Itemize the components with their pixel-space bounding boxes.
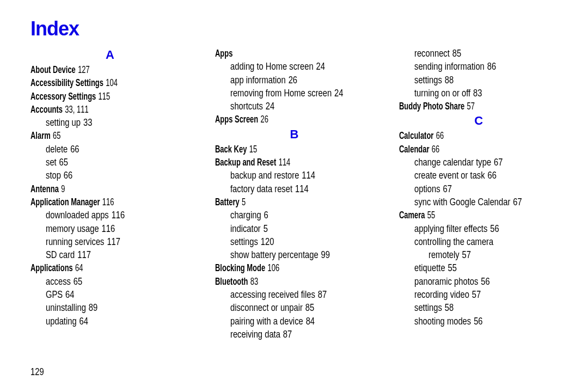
index-subentry[interactable]: reconnect85 [414, 47, 531, 60]
index-entry[interactable]: Antenna9 [30, 182, 144, 195]
index-subentry-pages: 87 [315, 289, 327, 300]
index-subentry-pages: 33 [81, 117, 92, 128]
index-subentry-label: options [414, 183, 440, 194]
index-subentry-label: access [46, 276, 71, 287]
index-entry[interactable]: Buddy Photo Share57 [399, 100, 513, 113]
index-subentry[interactable]: turning on or off83 [414, 87, 531, 100]
index-entry[interactable]: Camera55 [399, 209, 513, 222]
index-entry[interactable]: Applications64 [30, 261, 144, 274]
index-entry-label: Backup and Reset [215, 157, 276, 168]
index-subentry-label: factory data reset [230, 183, 292, 194]
index-subentry-label: etiquette [414, 262, 445, 273]
index-entry[interactable]: Application Manager116 [30, 195, 144, 209]
index-subentry-label: backup and restore [230, 170, 299, 181]
index-entry-label: Bluetooth [215, 276, 248, 287]
index-subentry[interactable]: adding to Home screen24 [230, 60, 347, 73]
index-subentry[interactable]: remotely57 [428, 248, 534, 261]
index-subentry-label: recording video [414, 289, 469, 300]
index-column: Appsadding to Home screen24app informati… [215, 47, 373, 341]
index-subentry[interactable]: memory usage116 [46, 222, 163, 235]
index-subentry[interactable]: setting up33 [46, 116, 163, 129]
index-subentry[interactable]: running services117 [46, 235, 163, 248]
index-entry-label: Buddy Photo Share [399, 101, 464, 112]
index-subentry-pages: 66 [68, 144, 79, 155]
index-subentry[interactable]: options67 [414, 182, 531, 195]
index-subentry[interactable]: pairing with a device84 [230, 315, 347, 328]
index-entry[interactable]: Backup and Reset114 [215, 156, 329, 169]
index-entry[interactable]: Back Key15 [215, 143, 329, 156]
index-subentry[interactable]: etiquette55 [414, 261, 531, 274]
index-subentry-label: panoramic photos [414, 276, 478, 287]
index-subentry-label: settings [414, 75, 442, 85]
index-subentry[interactable]: updating64 [46, 315, 163, 328]
index-subentry-label: removing from Home screen [230, 88, 332, 99]
index-entry-label: Application Manager [30, 197, 100, 207]
index-subentry[interactable]: show battery percentage99 [230, 248, 347, 261]
index-subentry[interactable]: sending information86 [414, 60, 531, 73]
index-entry[interactable]: Accessibility Settings104 [30, 76, 144, 89]
index-entry[interactable]: Calendar66 [399, 143, 513, 156]
index-subentry[interactable]: accessing received files87 [230, 288, 347, 301]
index-entry-label: Calendar [399, 144, 429, 155]
index-subentry[interactable]: removing from Home screen24 [230, 87, 347, 100]
index-subentry-pages: 116 [109, 210, 125, 220]
index-entry[interactable]: Calculator66 [399, 129, 513, 142]
index-subentry-pages: 65 [71, 276, 82, 287]
index-entry-pages: 106 [265, 262, 279, 273]
index-subentry-label: disconnect or unpair [230, 302, 303, 313]
index-subentry-label: running services [46, 236, 104, 247]
index-entry[interactable]: Bluetooth83 [215, 275, 329, 288]
index-subentry-label: GPS [46, 289, 63, 300]
index-subentry-label: setting up [46, 117, 81, 128]
index-subentry[interactable]: recording video57 [414, 288, 531, 301]
index-subentry[interactable]: shortcuts24 [230, 100, 347, 113]
index-subentry[interactable]: sync with Google Calendar67 [414, 195, 531, 209]
index-entry[interactable]: Blocking Mode106 [215, 261, 329, 274]
index-subentry[interactable]: SD card117 [46, 248, 163, 261]
index-subentry[interactable]: downloaded apps116 [46, 209, 163, 222]
index-subentry-label: settings [414, 302, 442, 313]
index-subentry-label: shortcuts [230, 101, 263, 112]
index-subentry[interactable]: settings58 [414, 301, 531, 314]
index-subentry[interactable]: applying filter effects56 [414, 222, 531, 235]
index-subentry[interactable]: shooting modes56 [414, 315, 531, 328]
index-entry[interactable]: Alarm65 [30, 129, 144, 142]
index-subentry-pages: 85 [303, 302, 314, 313]
index-subentry[interactable]: controlling the camera [414, 235, 531, 248]
index-subentry[interactable]: disconnect or unpair85 [230, 301, 347, 314]
index-entry[interactable]: Accessory Settings115 [30, 90, 144, 103]
index-subentry-pages: 67 [440, 183, 452, 194]
index-subentry[interactable]: stop66 [46, 169, 163, 182]
index-subentry[interactable]: change calendar type67 [414, 156, 531, 169]
index-entry-pages: 33, 111 [63, 104, 89, 115]
index-entry-label: Alarm [30, 130, 51, 141]
index-subentry-pages: 66 [485, 170, 497, 181]
index-subentry[interactable]: receiving data87 [230, 328, 347, 341]
index-entry[interactable]: About Device127 [30, 63, 144, 76]
index-subentry[interactable]: backup and restore114 [230, 169, 347, 182]
index-subentry[interactable]: indicator5 [230, 222, 347, 235]
index-subentry[interactable]: delete66 [46, 143, 163, 156]
index-subentry[interactable]: factory data reset114 [230, 182, 347, 195]
index-subentry-pages: 26 [285, 75, 297, 85]
index-column: AAbout Device127Accessibility Settings10… [30, 47, 189, 341]
index-subentry[interactable]: access65 [46, 275, 163, 288]
index-subentry[interactable]: set65 [46, 156, 163, 169]
index-subentry[interactable]: settings88 [414, 74, 531, 87]
index-entry[interactable]: Accounts33, 111 [30, 103, 144, 116]
index-entry-pages: 5 [239, 197, 246, 207]
index-subentry[interactable]: charging6 [230, 209, 347, 222]
index-subentry[interactable]: create event or task66 [414, 169, 531, 182]
index-subentry-label: memory usage [46, 223, 99, 234]
index-subentry-pages: 67 [511, 197, 522, 207]
index-subentry[interactable]: GPS64 [46, 288, 163, 301]
index-entry-pages: 64 [73, 262, 83, 273]
index-subentry[interactable]: uninstalling89 [46, 301, 163, 314]
index-subentry[interactable]: settings120 [230, 235, 347, 248]
index-subentry[interactable]: app information26 [230, 74, 347, 87]
index-entry[interactable]: Battery5 [215, 195, 329, 209]
index-subentry[interactable]: panoramic photos56 [414, 275, 531, 288]
index-entry[interactable]: Apps Screen26 [215, 113, 329, 126]
index-entry-pages: 116 [100, 197, 114, 207]
index-entry[interactable]: Apps [215, 47, 329, 60]
